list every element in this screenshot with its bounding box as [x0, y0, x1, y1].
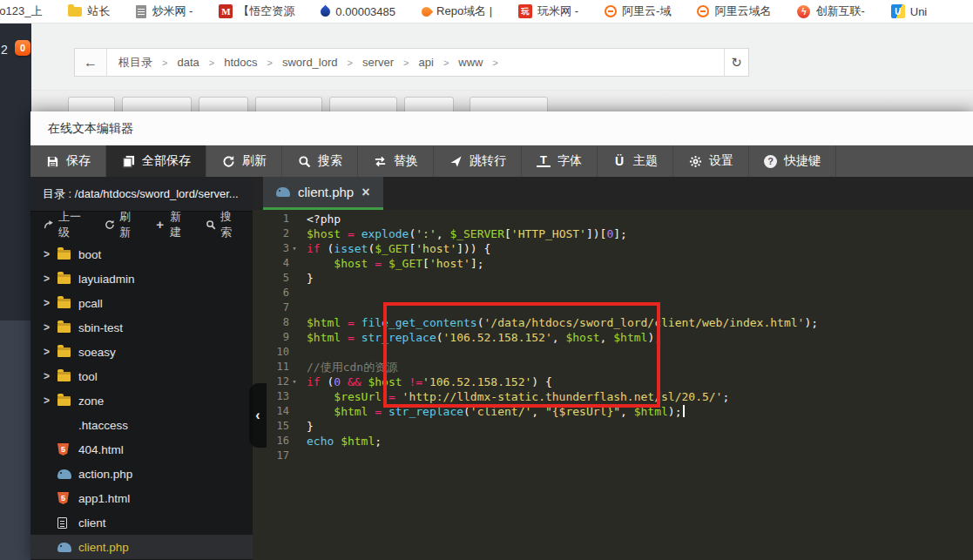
back-button[interactable]: ←: [75, 49, 107, 76]
code-token: if: [307, 242, 321, 255]
close-tab-icon[interactable]: ×: [361, 186, 369, 199]
breadcrumb-separator: >: [267, 57, 273, 68]
tree-action-up[interactable]: 上一级: [43, 209, 89, 240]
tree-folder-row[interactable]: >sbin-test: [30, 315, 253, 340]
code-token: $html: [307, 316, 341, 329]
background-button-stub[interactable]: [199, 97, 248, 112]
bookmark-item[interactable]: ao123_上: [0, 3, 42, 19]
bookmark-item[interactable]: 0.00003485: [321, 5, 395, 18]
tree-folder-row[interactable]: >tool: [30, 364, 253, 388]
fold-arrow-icon: [289, 300, 300, 315]
code-line: 1<?php: [253, 212, 973, 226]
bookmark-item[interactable]: 炒米网 -: [136, 3, 193, 19]
tab-client-php[interactable]: client.php ×: [263, 177, 383, 210]
chevron-right-icon: >: [44, 297, 57, 309]
breadcrumb-item[interactable]: api: [419, 56, 434, 69]
bookmark-item[interactable]: M【悟空资源: [219, 3, 294, 19]
fold-arrow-icon: ▾: [289, 374, 300, 389]
breadcrumb-item[interactable]: htdocs: [224, 56, 257, 69]
folder-icon-shape: [57, 347, 71, 357]
breadcrumb-item[interactable]: data: [177, 56, 199, 69]
tree-action-label: 上一级: [58, 209, 89, 240]
tree-action-plus[interactable]: +新建: [154, 209, 190, 240]
refresh-path-button[interactable]: ↻: [724, 49, 748, 76]
background-button-stub[interactable]: [255, 97, 322, 112]
breadcrumb-item[interactable]: 根目录: [118, 55, 152, 71]
folder-name: pcall: [78, 297, 103, 310]
chevron-right-icon: >: [44, 346, 57, 358]
background-button-stub[interactable]: [404, 97, 454, 112]
code-editor[interactable]: 1<?php2$host = explode(':', $_SERVER['HT…: [253, 210, 973, 560]
theme-button[interactable]: Ü主题: [598, 145, 673, 177]
bookmark-label: 阿里云-域: [622, 3, 671, 19]
refresh-button[interactable]: 刷新: [206, 145, 282, 177]
tree-folder-row[interactable]: >layuiadmin: [30, 267, 253, 291]
background-button-stub[interactable]: [122, 97, 192, 112]
minus-circle-icon: [605, 5, 617, 17]
background-button-stub[interactable]: [470, 97, 548, 112]
tree-file-row[interactable]: app1.html: [30, 486, 253, 510]
code-token: ,: [552, 331, 566, 344]
code-token: $resUrl: [334, 390, 382, 403]
code-line: 14 $html = str_replace('client/', "{$res…: [253, 404, 973, 419]
bookmark-item[interactable]: 阿里云域名: [697, 3, 771, 19]
file-tree-panel: 目录 : /data/htdocs/sword_lord/server... 上…: [30, 177, 253, 560]
tree-file-row[interactable]: action.php: [30, 462, 253, 486]
code-token: 'http://lldmx-static.thunderflash.net/sl…: [402, 390, 723, 403]
bookmark-label: ao123_上: [0, 3, 42, 19]
tree-file-row[interactable]: client: [30, 510, 253, 535]
toolbar-button-label: 刷新: [242, 153, 267, 169]
online-text-editor-dialog: 在线文本编辑器 保存全部保存刷新搜索替换跳转行T字体Ü主题设置?快捷键 目录 :…: [30, 111, 973, 560]
chevron-right-icon: >: [44, 370, 57, 382]
sidebar-lower-section: [0, 320, 31, 560]
tree-file-row[interactable]: .htaccess: [30, 413, 253, 437]
tree-action-refresh[interactable]: 刷新: [104, 209, 139, 240]
bookmark-item[interactable]: Repo域名 |: [422, 3, 492, 19]
background-button-stub[interactable]: [68, 97, 115, 112]
back-arrow-icon: ←: [84, 55, 98, 70]
tree-folder-row[interactable]: >boot: [30, 242, 253, 267]
replace-button[interactable]: 替换: [358, 145, 434, 177]
tree-folder-row[interactable]: >soeasy: [30, 340, 253, 364]
bookmark-item[interactable]: 站长: [68, 3, 110, 19]
toolbar-button-label: 跳转行: [470, 153, 506, 169]
goto-line-button[interactable]: 跳转行: [434, 145, 522, 177]
tree-folder-row[interactable]: >pcall: [30, 291, 253, 315]
breadcrumb-separator: >: [209, 57, 214, 68]
code-token: <?php: [307, 213, 341, 226]
file-icon-shape: [57, 517, 67, 529]
breadcrumb-item[interactable]: sword_lord: [282, 56, 338, 69]
folder-icon-shape: [57, 396, 71, 406]
fold-arrow-icon: [289, 434, 300, 449]
breadcrumb-item[interactable]: server: [362, 56, 394, 69]
toolbar-button-label: 保存: [66, 153, 91, 169]
background-button-stub[interactable]: [329, 97, 397, 112]
tree-file-row[interactable]: client.php: [30, 535, 253, 559]
save-all-button[interactable]: 全部保存: [106, 145, 206, 177]
bookmark-item[interactable]: ϟ创新互联-: [797, 3, 864, 19]
breadcrumb-item[interactable]: www: [458, 56, 483, 69]
tree-file-row[interactable]: 404.html: [30, 437, 253, 462]
tree-action-search[interactable]: 搜索: [205, 209, 240, 240]
line-number: 2: [253, 226, 289, 241]
bookmark-item[interactable]: 阿里云-域: [605, 3, 671, 19]
bookmark-item[interactable]: UUni: [891, 4, 928, 18]
line-number: 4: [253, 256, 289, 271]
code-token: $host: [368, 375, 402, 388]
chevron-right-icon: >: [44, 273, 57, 285]
tree-folder-row[interactable]: >zone: [30, 388, 253, 413]
code-token: [341, 227, 348, 240]
folder-icon: [57, 299, 72, 308]
settings-button[interactable]: 设置: [673, 145, 749, 177]
bookmark-item[interactable]: 玩玩米网 -: [518, 3, 578, 19]
code-line: 17: [253, 449, 973, 463]
code-text: if (0 && $host !='106.52.158.152') {: [307, 374, 552, 389]
fold-arrow-icon: [289, 315, 300, 330]
code-token: [341, 375, 348, 388]
font-button[interactable]: T字体: [522, 145, 598, 177]
collapse-tree-handle[interactable]: ‹: [249, 383, 267, 448]
help-button[interactable]: ?快捷键: [749, 145, 836, 177]
minus-circle-icon: [697, 5, 709, 17]
save-button[interactable]: 保存: [30, 145, 106, 177]
search-button[interactable]: 搜索: [282, 145, 358, 177]
